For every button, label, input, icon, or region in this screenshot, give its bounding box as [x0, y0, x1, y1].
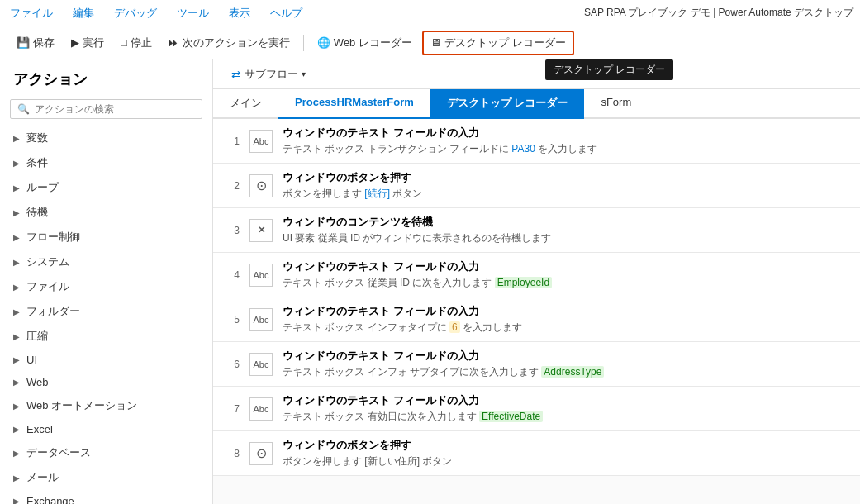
action-type-icon: Abc: [249, 397, 273, 421]
sidebar-label-folder: フォルダー: [26, 304, 80, 319]
stop-button[interactable]: □ 停止: [114, 32, 159, 54]
subflow-button[interactable]: ⇄ サブフロー ▾: [223, 64, 314, 85]
action-title: ウィンドウのボタンを押す: [283, 438, 850, 453]
sidebar-item-conditions[interactable]: ▶ 条件: [0, 150, 212, 175]
menu-file[interactable]: ファイル: [7, 2, 56, 24]
sidebar-label-file: ファイル: [26, 279, 69, 294]
sidebar-item-file[interactable]: ▶ ファイル: [0, 274, 212, 299]
sidebar-item-excel[interactable]: ▶ Excel: [0, 418, 212, 440]
desktop-recorder-button[interactable]: 🖥 デスクトップ レコーダー: [422, 31, 574, 55]
chevron-icon: ▶: [13, 283, 20, 292]
subflow-icon: ⇄: [231, 68, 241, 81]
action-type-icon: ⊙: [249, 442, 273, 465]
table-row[interactable]: 3 ✕ ウィンドウのコンテンツを待機 UI 要素 従業員 ID がウィンドウに表…: [213, 208, 860, 253]
action-title: ウィンドウのボタンを押す: [283, 170, 850, 185]
menu-view[interactable]: 表示: [226, 2, 254, 24]
run-button[interactable]: ▶ 実行: [64, 32, 111, 54]
menu-help[interactable]: ヘルプ: [267, 2, 306, 24]
table-row[interactable]: 7 Abc ウィンドウのテキスト フィールドの入力 テキスト ボックス 有効日に…: [213, 387, 860, 431]
action-content: ウィンドウのテキスト フィールドの入力 テキスト ボックス インフォタイプに 6…: [283, 304, 850, 335]
next-action-button[interactable]: ⏭ 次のアクションを実行: [162, 32, 297, 54]
action-number: 4: [223, 269, 240, 281]
sidebar-item-variables[interactable]: ▶ 変数: [0, 126, 212, 150]
stop-label: 停止: [131, 36, 152, 50]
table-row[interactable]: 4 Abc ウィンドウのテキスト フィールドの入力 テキスト ボックス 従業員 …: [213, 253, 860, 297]
table-row[interactable]: 5 Abc ウィンドウのテキスト フィールドの入力 テキスト ボックス インフォ…: [213, 297, 860, 342]
run-icon: ▶: [71, 36, 79, 49]
search-input[interactable]: [35, 103, 195, 115]
action-type-icon: Abc: [249, 264, 273, 287]
sidebar-item-database[interactable]: ▶ データベース: [0, 440, 212, 465]
action-type-icon: ✕: [249, 219, 273, 242]
sidebar-item-loop[interactable]: ▶ ループ: [0, 175, 212, 200]
chevron-icon: ▶: [13, 208, 20, 217]
sidebar-label-conditions: 条件: [26, 155, 48, 170]
action-number: 2: [223, 180, 240, 192]
table-row[interactable]: 6 Abc ウィンドウのテキスト フィールドの入力 テキスト ボックス インフォ…: [213, 342, 860, 387]
chevron-icon: ▶: [13, 307, 20, 316]
action-description: ボタンを押します [新しい住所] ボタン: [283, 454, 850, 468]
sidebar-label-compress: 圧縮: [26, 329, 48, 344]
sidebar-item-wait[interactable]: ▶ 待機: [0, 200, 212, 225]
chevron-icon: ▶: [13, 183, 20, 193]
subflow-bar: ⇄ サブフロー ▾: [213, 59, 860, 89]
desktop-recorder-icon: 🖥: [430, 36, 441, 49]
action-description: テキスト ボックス インフォ サブタイプに次を入力します AddressType: [283, 365, 850, 379]
action-title: ウィンドウのテキスト フィールドの入力: [283, 393, 850, 408]
action-description: ボタンを押します [続行] ボタン: [283, 187, 850, 201]
menu-tools[interactable]: ツール: [173, 2, 212, 24]
table-row[interactable]: 2 ⊙ ウィンドウのボタンを押す ボタンを押します [続行] ボタン: [213, 164, 860, 208]
toolbar-separator-1: [303, 35, 304, 51]
tab-main[interactable]: メイン: [213, 89, 278, 119]
web-recorder-button[interactable]: 🌐 Web レコーダー: [311, 32, 419, 54]
chevron-icon: ▶: [13, 159, 20, 168]
sidebar-label-mail: メール: [26, 470, 59, 485]
sidebar: アクション 🔍 ▶ 変数 ▶ 条件 ▶ ループ ▶ 待機 ▶ フロー制御 ▶ シ…: [0, 59, 213, 504]
action-number: 6: [223, 359, 240, 370]
sidebar-item-exchange[interactable]: ▶ Exchange: [0, 490, 212, 504]
sidebar-item-web-automation[interactable]: ▶ Web オートメーション: [0, 393, 212, 418]
chevron-icon: ▶: [13, 233, 20, 242]
table-row[interactable]: 1 Abc ウィンドウのテキスト フィールドの入力 テキスト ボックス トランザ…: [213, 119, 860, 164]
save-button[interactable]: 💾 保存: [10, 32, 61, 54]
sidebar-label-database: データベース: [26, 445, 91, 460]
chevron-icon: ▶: [13, 425, 20, 434]
sidebar-label-ui: UI: [26, 354, 37, 366]
tab-process-hr[interactable]: ProcessHRMasterForm: [278, 89, 430, 119]
action-type-icon: Abc: [249, 308, 273, 331]
sidebar-label-exchange: Exchange: [26, 495, 74, 504]
action-number: 7: [223, 403, 240, 415]
table-row[interactable]: 8 ⊙ ウィンドウのボタンを押す ボタンを押します [新しい住所] ボタン: [213, 431, 860, 476]
action-type-icon: ⊙: [249, 174, 273, 197]
sidebar-item-web[interactable]: ▶ Web: [0, 371, 212, 393]
menu-debug[interactable]: デバッグ: [111, 2, 160, 24]
chevron-icon: ▶: [13, 355, 20, 364]
tabs: メイン ProcessHRMasterForm デスクトップ レコーダー sFo…: [213, 89, 860, 119]
action-content: ウィンドウのコンテンツを待機 UI 要素 従業員 ID がウィンドウに表示される…: [283, 215, 850, 245]
sidebar-item-system[interactable]: ▶ システム: [0, 250, 212, 274]
chevron-icon: ▶: [13, 332, 20, 341]
action-type-icon: Abc: [249, 130, 273, 153]
app-title: SAP RPA プレイブック デモ | Power Automate デスクトッ…: [584, 6, 853, 20]
search-icon: 🔍: [17, 103, 30, 115]
menu-items: ファイル 編集 デバッグ ツール 表示 ヘルプ: [7, 2, 306, 24]
tab-desktop-recorder[interactable]: デスクトップ レコーダー: [430, 89, 585, 119]
sidebar-item-compress[interactable]: ▶ 圧縮: [0, 324, 212, 349]
subflow-chevron-icon: ▾: [302, 69, 306, 78]
menu-bar: ファイル 編集 デバッグ ツール 表示 ヘルプ SAP RPA プレイブック デ…: [0, 0, 860, 26]
search-box[interactable]: 🔍: [10, 99, 202, 119]
action-content: ウィンドウのテキスト フィールドの入力 テキスト ボックス トランザクション フ…: [283, 126, 850, 156]
sidebar-label-loop: ループ: [26, 180, 59, 195]
sidebar-item-flow-control[interactable]: ▶ フロー制御: [0, 225, 212, 250]
chevron-icon: ▶: [13, 402, 20, 411]
sidebar-item-ui[interactable]: ▶ UI: [0, 349, 212, 371]
sidebar-item-mail[interactable]: ▶ メール: [0, 465, 212, 490]
desktop-recorder-label: デスクトップ レコーダー: [444, 36, 566, 50]
action-content: ウィンドウのボタンを押す ボタンを押します [続行] ボタン: [283, 170, 850, 201]
main-layout: アクション 🔍 ▶ 変数 ▶ 条件 ▶ ループ ▶ 待機 ▶ フロー制御 ▶ シ…: [0, 59, 860, 504]
menu-edit[interactable]: 編集: [69, 2, 97, 24]
sidebar-item-folder[interactable]: ▶ フォルダー: [0, 299, 212, 324]
action-number: 1: [223, 136, 240, 147]
tab-sform[interactable]: sForm: [584, 89, 648, 119]
chevron-icon: ▶: [13, 497, 20, 504]
